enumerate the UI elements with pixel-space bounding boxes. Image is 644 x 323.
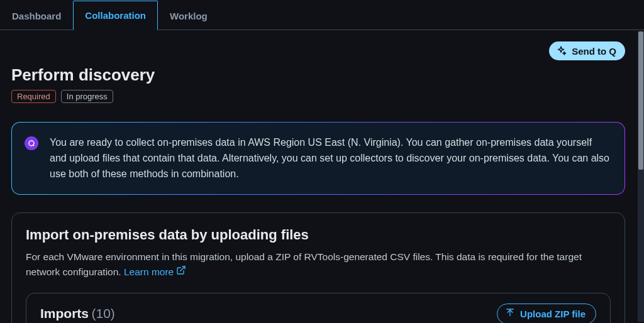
scrollbar-track[interactable]: [638, 31, 644, 322]
imports-count: (10): [91, 306, 114, 320]
external-link-icon: [176, 265, 186, 279]
tab-worklog[interactable]: Worklog: [158, 1, 219, 30]
status-badges: Required In progress: [11, 90, 625, 103]
import-card-title: Import on-premises data by uploading fil…: [26, 227, 611, 243]
send-to-q-label: Send to Q: [572, 46, 616, 57]
tab-dashboard[interactable]: Dashboard: [0, 1, 73, 30]
content-scroll-area: Send to Q Perform discovery Required In …: [0, 30, 636, 323]
scrollbar-thumb[interactable]: [638, 31, 643, 170]
amazon-q-icon: [25, 136, 38, 150]
learn-more-label: Learn more: [124, 265, 174, 279]
tab-collaboration[interactable]: Collaboration: [73, 1, 158, 30]
info-panel: You are ready to collect on-premises dat…: [11, 122, 625, 195]
import-card-description-text: For each VMware environment in this migr…: [26, 251, 582, 276]
send-to-q-button[interactable]: Send to Q: [549, 41, 625, 60]
svg-line-1: [180, 266, 185, 271]
upload-zip-button[interactable]: Upload ZIP file: [497, 304, 596, 323]
page-title: Perform discovery: [11, 65, 625, 85]
import-card: Import on-premises data by uploading fil…: [11, 212, 625, 323]
import-card-description: For each VMware environment in this migr…: [26, 249, 611, 279]
upload-zip-label: Upload ZIP file: [520, 309, 586, 319]
imports-subcard: Imports (10) Upload ZIP file: [26, 293, 611, 323]
upload-icon: [505, 308, 515, 320]
imports-title: Imports: [40, 306, 89, 320]
tab-bar: Dashboard Collaboration Worklog: [0, 0, 644, 30]
learn-more-link[interactable]: Learn more: [124, 265, 186, 279]
badge-required: Required: [11, 90, 56, 103]
info-text: You are ready to collect on-premises dat…: [50, 135, 609, 182]
sparkle-icon: [555, 45, 567, 57]
badge-in-progress: In progress: [61, 90, 113, 103]
